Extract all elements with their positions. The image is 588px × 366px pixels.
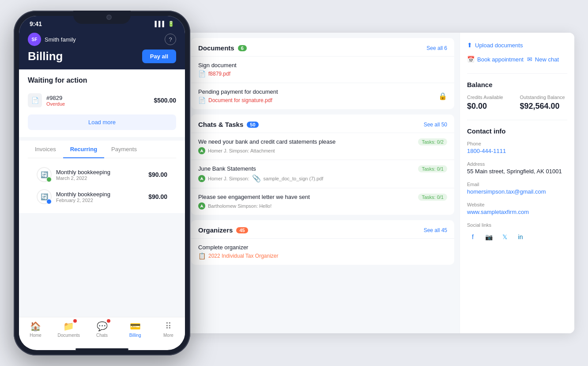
chat-sender-1: Homer J. Simpson: Attachment [208,148,275,153]
tabs-row: Invoices Recurring Payments [28,141,176,158]
status-time: 9:41 [30,20,42,27]
pdf-icon-1: 📄 [198,70,206,77]
attachment-icon: 📎 [252,174,261,183]
balance-grid: Credits Available $0.00 Outstanding Bala… [467,95,567,111]
chat-icon: ✉ [527,56,532,63]
address-label: Address [467,161,567,167]
chat-message-1: We need your bank and credit card statem… [198,138,415,145]
chat-main-row-2: June Bank Statements Tasks: 0/1 [198,165,447,172]
home-icon: 🏠 [30,321,41,332]
documents-badge-count: 6 [238,45,247,51]
recurring-item-2: 🔄 Monthly bookkeeping February 2, 2022 $… [37,186,167,208]
load-more-button[interactable]: Load more [28,114,176,130]
organizers-badge-count: 45 [236,227,248,233]
documents-see-all[interactable]: See all 6 [426,45,447,51]
doc-content-2: Pending payment for document 📄 Document … [198,88,278,104]
doc-item-2: Pending payment for document 📄 Document … [191,83,454,109]
nav-billing[interactable]: 💳 Billing [119,321,152,338]
recurring-name-2: Monthly bookkeeping [56,191,144,198]
tab-recurring[interactable]: Recurring [63,141,104,158]
tab-payments[interactable]: Payments [104,141,144,158]
nav-home-label: Home [30,333,41,338]
outstanding-block: Outstanding Balance $92,564.00 [520,95,568,111]
doc-pending-row: Pending payment for document 📄 Document … [198,88,447,104]
waiting-title: Waiting for action [28,76,176,84]
tab-invoices[interactable]: Invoices [28,141,63,158]
phone-device: 9:41 ▌▌▌ 🔋 SF Smith family ? [14,11,190,355]
recurring-icon-1: 🔄 [37,167,52,182]
chat-attachment-2: sample_doc_to_sign (7).pdf [264,176,324,181]
phone-camera [106,15,112,20]
chats-icon: 💬 [97,321,108,332]
email-value[interactable]: homersimpson.tax@gmail.com [467,188,567,195]
recurring-info-2: Monthly bookkeeping February 2, 2022 [56,191,144,203]
phone-value[interactable]: 1800-444-1111 [467,148,567,154]
phone-notch [73,11,131,24]
chat-sub-1: Homer J. Simpson: Attachment [198,147,447,154]
chats-header: Chats & Tasks 50 See all 50 [191,114,454,133]
pay-all-button[interactable]: Pay all [142,50,176,63]
nav-home[interactable]: 🏠 Home [19,321,52,338]
phone-screen: 9:41 ▌▌▌ 🔋 SF Smith family ? [19,16,185,350]
instagram-icon[interactable]: 📷 [483,231,494,243]
documents-header: Documents 6 See all 6 [191,38,454,56]
phone-label: Phone [467,141,567,146]
avatar: SF [28,33,41,46]
upload-docs-button[interactable]: ⬆ Upload documents [467,40,523,50]
documents-section: Documents 6 See all 6 Sign document 📄 f8… [191,38,454,109]
chat-item-3: Please see engagement letter we have sen… [191,188,454,215]
recurring-date-2: February 2, 2022 [56,198,144,203]
organizers-title-group: Organizers 45 [198,226,248,234]
org-title-1: Complete organizer [198,244,447,251]
book-appointment-button[interactable]: 📅 Book appointment [467,54,524,65]
nav-chats[interactable]: 💬 Chats [85,321,118,338]
chat-tasks-2: Tasks: 0/1 [418,165,447,172]
linkedin-icon[interactable]: in [515,231,526,243]
chat-sender-3: Bartholomew Simpson: Hello! [208,203,271,209]
chats-title-group: Chats & Tasks 50 [198,121,259,128]
signal-icon: ▌▌▌ [155,21,166,27]
help-icon[interactable]: ? [165,34,176,45]
twitter-icon[interactable]: 𝕏 [499,231,510,243]
social-icons: f 📷 𝕏 in [467,231,567,243]
outstanding-value: $92,564.00 [520,102,568,111]
more-icon: ⠿ [165,321,172,332]
facebook-icon[interactable]: f [467,231,479,243]
documents-title-group: Documents 6 [198,44,247,52]
recurring-badge-2 [46,199,52,204]
action-buttons: ⬆ Upload documents 📅 Book appointment ✉ … [467,40,567,65]
organizer-item-1: Complete organizer 📋 2022 Individual Tax… [191,238,454,265]
social-section: Social links f 📷 𝕏 in [467,222,567,243]
website-value[interactable]: www.sampletaxfirm.com [467,209,567,215]
chat-main-row-3: Please see engagement letter we have sen… [198,194,447,201]
nav-more[interactable]: ⠿ More [152,321,185,338]
recurring-item: 🔄 Monthly bookkeeping March 2, 2022 $90.… [37,164,167,186]
documents-title: Documents [198,44,234,52]
phone-header: SF Smith family ? Billing Pay all [19,30,185,69]
new-chat-button[interactable]: ✉ New chat [527,54,559,65]
nav-chats-label: Chats [96,333,108,338]
chats-see-all[interactable]: See all 50 [424,122,447,128]
invoice-item: 📄 #9829 Overdue $500.00 [28,90,176,111]
organizers-see-all[interactable]: See all 45 [424,227,447,233]
chats-badge-count: 50 [247,122,258,128]
organizers-header: Organizers 45 See all 45 [191,220,454,238]
nav-documents[interactable]: 📁 Documents [52,321,85,338]
organizer-icon: 📋 [198,252,206,259]
recurring-amount-1: $90.00 [148,171,167,178]
phone-section: Phone 1800-444-1111 [467,141,567,154]
bottom-nav: 🏠 Home 📁 Documents 💬 Chats 💳 Billing ⠿ [19,317,185,347]
invoice-number: #9829 [46,95,149,101]
contact-title: Contact info [467,127,567,135]
chat-tasks-3: Tasks: 0/1 [418,194,447,201]
chats-title: Chats & Tasks [198,121,243,128]
chat-sender-icon-2 [198,175,205,182]
chat-item-2: June Bank Statements Tasks: 0/1 Homer J.… [191,160,454,188]
right-column: ⬆ Upload documents 📅 Book appointment ✉ … [460,33,574,333]
organizers-section: Organizers 45 See all 45 Complete organi… [191,220,454,265]
organizers-title: Organizers [198,226,233,234]
billing-icon: 💳 [130,321,141,332]
credits-block: Credits Available $0.00 [467,95,515,111]
chat-main-row-1: We need your bank and credit card statem… [198,138,447,145]
recurring-list: 🔄 Monthly bookkeeping March 2, 2022 $90.… [28,158,176,213]
